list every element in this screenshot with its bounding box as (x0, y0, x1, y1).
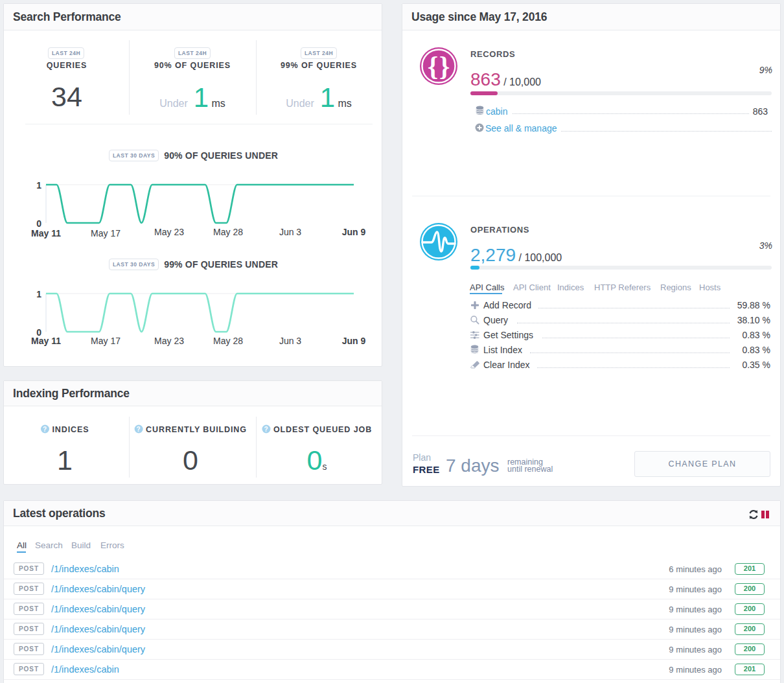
svg-text:?: ? (43, 426, 47, 433)
svg-text:{: { (428, 51, 439, 81)
svg-text:?: ? (137, 426, 141, 433)
svg-text:}: } (439, 51, 450, 81)
svg-text:?: ? (264, 426, 268, 433)
